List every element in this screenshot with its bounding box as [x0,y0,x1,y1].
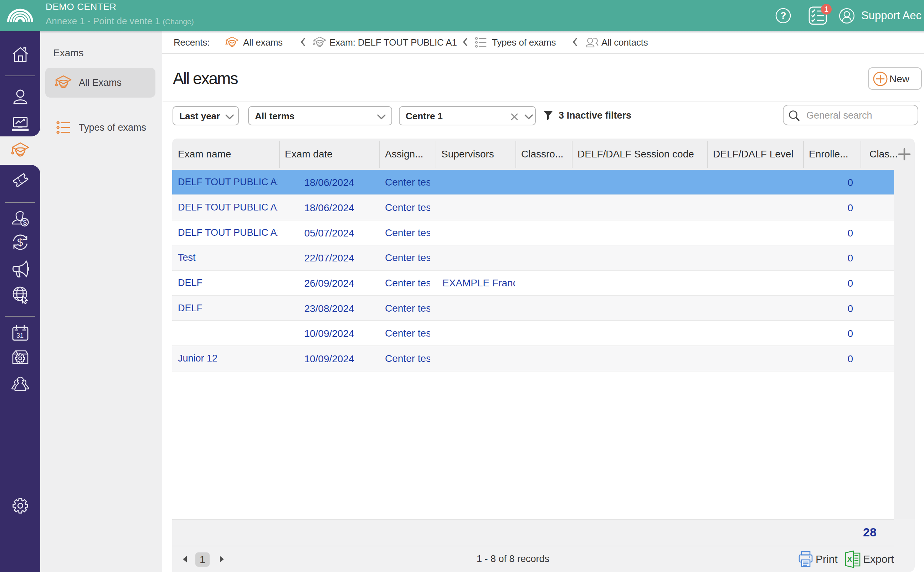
svg-text:31: 31 [16,332,23,339]
svg-text:$: $ [23,219,27,226]
svg-text:?: ? [780,10,786,21]
svg-text:$: $ [17,236,23,248]
svg-text:X: X [847,555,852,564]
